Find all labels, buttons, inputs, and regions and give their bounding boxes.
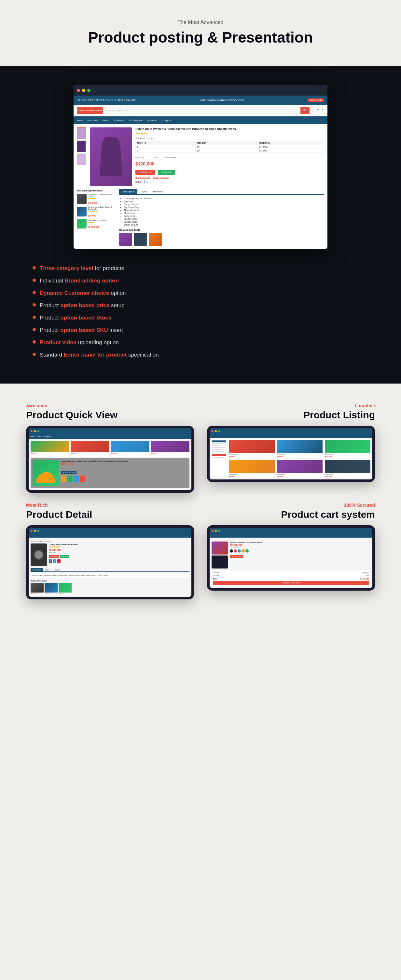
thumb-blue[interactable]	[73, 476, 79, 482]
feature-highlight-8: Editor panel for product	[64, 352, 127, 358]
product-tabs: Description Video Reviews 50% Polyester,…	[119, 189, 324, 246]
pd-tab-video[interactable]: Video	[43, 568, 51, 571]
swatch-blue[interactable]	[238, 549, 241, 552]
search-button[interactable]: 🔍	[300, 107, 310, 114]
bullet-2	[32, 278, 36, 282]
subtotal-value: Rs.33,000	[362, 572, 369, 574]
list-item: ₦76,000	[30, 441, 69, 457]
store-nav: ACTIVE ECOMMERCE CMS I am shopping for..…	[73, 105, 328, 116]
close-btn-dot[interactable]	[77, 89, 80, 92]
pd-buy-btn[interactable]: Buy Now	[60, 555, 69, 558]
total-price: $120,000	[136, 161, 324, 166]
compare-icon-nav[interactable]: ⇄0	[317, 108, 319, 113]
menu-coupons[interactable]: Coupons	[162, 119, 171, 122]
list-item: ₦120,000	[111, 441, 149, 457]
feature-highlight-1: Three category level	[40, 265, 93, 271]
menu-all-brands[interactable]: All Brands	[114, 119, 124, 122]
qty-minus[interactable]: -	[150, 156, 153, 159]
available-count: 15 available	[164, 156, 176, 159]
facebook-share-icon[interactable]: f	[49, 559, 52, 563]
qv-body: ₦76,000 ₦45,000 ₦120,000	[29, 439, 192, 490]
linkedin-icon[interactable]: in	[150, 180, 152, 183]
tablet-dot-red-2	[212, 430, 214, 432]
qv-thumbnails	[61, 476, 187, 482]
qv-add-to-cart-button[interactable]: + Add to Cart	[61, 471, 77, 474]
product-img	[70, 441, 109, 452]
bullet-5	[32, 316, 36, 319]
quantity-input[interactable]: - 1 +	[146, 155, 162, 160]
pd-share-icons: f t p	[49, 559, 189, 563]
checkout-button[interactable]: Proceed to Checkout	[213, 581, 369, 585]
cart-screen: Addidas Women's Sexy for Fanct E Rs33,00…	[209, 528, 372, 588]
qv-old-price: ₦76,000	[61, 466, 187, 468]
thumb-green[interactable]	[67, 476, 73, 482]
thumb-red[interactable]	[80, 476, 85, 482]
store-icons: ♡0 ⇄0 🛒0	[312, 108, 324, 113]
store-search-bar[interactable]: I am shopping for...	[105, 107, 297, 114]
related-price: ₦175,000	[45, 593, 58, 595]
add-to-compare-link[interactable]: Add to compare	[153, 176, 169, 178]
product-thumb-3[interactable]	[77, 153, 86, 165]
menu-shops[interactable]: Shops	[103, 119, 109, 122]
quickview-label-small: Awesome	[26, 403, 194, 408]
related-thumb-1[interactable]	[119, 233, 132, 246]
hero-title: Product posting & Presentation	[6, 29, 395, 46]
swatch-orange[interactable]	[241, 549, 245, 552]
pd-info: Luxury Watch Premium Edition ★★★★★ ₦350,…	[49, 544, 189, 566]
search-placeholder: I am shopping for...	[108, 109, 130, 112]
pd-tab-reviews[interactable]: Reviews	[52, 568, 62, 571]
cart-total-row: Total Rs.33,000	[213, 577, 369, 580]
swatch-green[interactable]	[245, 549, 249, 552]
swatch-red[interactable]	[234, 549, 237, 552]
qv-menu-item: Home	[30, 436, 34, 438]
tab-reviews[interactable]: Reviews	[150, 189, 165, 194]
tablet-dot-yellow	[34, 430, 36, 432]
ts-stars-2: ★★★★★	[88, 210, 116, 213]
twitter-share-icon[interactable]: t	[53, 559, 56, 563]
thumb-orange[interactable]	[61, 476, 66, 482]
swatch-black[interactable]	[230, 549, 233, 552]
product-thumb-1[interactable]	[77, 127, 86, 139]
facebook-icon[interactable]: f	[144, 180, 145, 183]
browser-bar	[73, 85, 328, 95]
product-price: ₦89,000	[151, 452, 189, 454]
bullet-4	[32, 303, 36, 307]
add-to-wishlist-link[interactable]: Add to wishlist	[136, 176, 150, 178]
product-thumb-2[interactable]	[77, 140, 86, 152]
twitter-icon[interactable]: t	[147, 180, 148, 183]
wishlist-icon-nav[interactable]: ♡0	[312, 108, 314, 113]
qty-plus[interactable]: +	[154, 156, 158, 159]
menu-all-sellers[interactable]: All Sellers	[147, 119, 158, 122]
product-image	[325, 440, 371, 453]
shop-now-button[interactable]: SHOP NOW	[308, 99, 324, 102]
tablet-dot-green-2	[218, 430, 220, 432]
dark-section: LIFE ISN'T PERFECT BUT YOUR STYLE CAN BE…	[0, 66, 401, 383]
related-thumb-2[interactable]	[134, 233, 147, 246]
menu-all-categories[interactable]: All Categories	[129, 119, 143, 122]
menu-home[interactable]: Home	[77, 119, 83, 122]
cart-icon-nav[interactable]: 🛒0	[322, 108, 324, 113]
qv-menu-item: Shop	[37, 436, 41, 438]
maximize-btn-dot[interactable]	[87, 89, 91, 92]
product-thumb-ts2	[77, 207, 86, 216]
quickview-modal: Adidas Running Glass Steel Nike Multi Co…	[30, 458, 189, 488]
pinterest-share-icon[interactable]: p	[57, 559, 61, 563]
quickview-tablet: Home Shop Categories ₦76,000	[26, 426, 194, 493]
pd-tab-active[interactable]: Description	[30, 568, 43, 571]
product-price-grid: ₦120,000	[325, 456, 371, 458]
tab-description[interactable]: Description	[119, 189, 137, 194]
cart-summary-item: Shipping Free	[213, 574, 369, 576]
related-thumb-3[interactable]	[149, 233, 162, 246]
cart-add-button[interactable]: Add to cart	[230, 555, 243, 558]
add-to-cart-button[interactable]: 🛒 Add to cart	[136, 170, 155, 175]
cart-price: Rs33,000	[230, 544, 371, 547]
product-price: ₦45,000	[70, 452, 109, 454]
feature-text-7: Product video uploading option	[40, 339, 119, 346]
menu-flash-sale[interactable]: Flash Sale	[88, 119, 98, 122]
buy-now-button[interactable]: ✦ Buy Now	[158, 170, 175, 175]
pd-cart-btn[interactable]: Add to cart	[49, 555, 59, 558]
ts-price-2: $25,000	[88, 215, 116, 217]
product-price-grid: ₦45,000	[229, 456, 275, 458]
minimize-btn-dot[interactable]	[82, 89, 85, 92]
tab-video[interactable]: Video	[138, 189, 150, 194]
